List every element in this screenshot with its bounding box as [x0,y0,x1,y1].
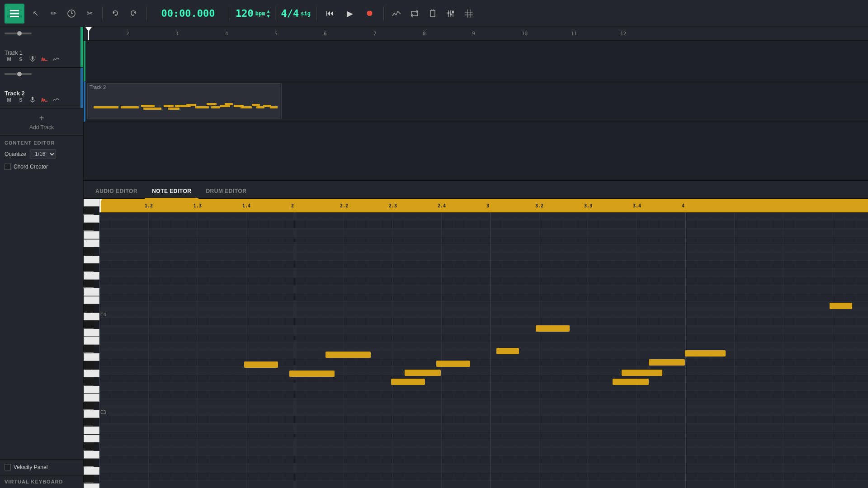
piano-key-30[interactable] [84,443,94,450]
piano-key-8[interactable] [84,264,94,272]
time-sig-display: 4/4 sig [281,8,310,19]
note-12[interactable] [685,350,726,357]
scissors-tool[interactable]: ✂ [82,6,97,21]
mixer-icon[interactable] [443,6,458,21]
piano-key-1[interactable] [84,207,94,215]
piano-key-0[interactable] [84,199,99,206]
piano-key-34[interactable] [84,475,94,483]
piano-key-28[interactable] [84,427,99,434]
velocity-panel-checkbox[interactable] [5,464,11,470]
piano-key-2[interactable] [84,215,99,223]
piano-key-18[interactable] [84,345,94,353]
grid-icon[interactable] [462,6,476,21]
svg-rect-47 [164,105,174,107]
note-7[interactable] [391,379,425,385]
note-8[interactable] [536,325,570,332]
automation-icon[interactable] [389,6,404,21]
redo-button[interactable] [126,6,141,21]
note-grid-container[interactable]: 1.2 1.3 1.4 2 2.2 2.3 2.4 3 3.2 3.3 3.4 … [99,199,868,488]
piano-key-7[interactable] [84,256,99,263]
plugin-icon[interactable] [425,6,440,21]
quantize-select[interactable]: 1/16 1/8 1/4 1/2 1 [30,149,56,159]
piano-key-6[interactable] [84,248,94,255]
piano-key-5[interactable] [84,239,99,247]
piano-key-14[interactable] [84,313,99,320]
tab-note-editor[interactable]: NOTE EDITOR [145,184,198,199]
main-area: Track 1 M S [0,27,868,488]
track-2-solo[interactable]: S [16,95,25,104]
track-2-volume-slider[interactable] [5,73,32,75]
add-track-button[interactable]: + Add Track [0,108,83,135]
menu-button[interactable] [5,4,24,23]
piano-key-26[interactable] [84,410,99,418]
piano-key-15[interactable] [84,321,94,328]
track-empty-row[interactable] [84,122,868,180]
piano-key-35[interactable] [84,483,99,488]
clock-tool[interactable] [64,6,79,21]
piano-key-25[interactable] [84,402,94,410]
ruler-mark-4: 4 [225,31,228,37]
piano-key-24[interactable] [84,394,99,402]
track-1-mute[interactable]: M [5,55,14,64]
track-2-mic[interactable] [28,95,37,104]
piano-key-23[interactable] [84,386,99,394]
note-10[interactable] [649,359,685,366]
piano-key-22[interactable] [84,378,94,385]
time-display: 00:00.000 [152,8,224,19]
track-2-row[interactable]: Track 2 [84,81,868,122]
note-4[interactable] [405,370,441,376]
loop-icon[interactable] [407,6,422,21]
note-9[interactable] [622,370,662,376]
piano-key-13[interactable] [84,305,94,312]
piano-key-12[interactable] [84,296,99,304]
track-1-automation[interactable] [52,55,61,64]
track-2-clip[interactable]: Track 2 [87,83,282,119]
grid-row-5 [99,253,868,261]
track-1-solo[interactable]: S [16,55,25,64]
note-2[interactable] [289,371,335,377]
grid-row-20 [99,375,868,383]
skip-back-button[interactable]: ⏮ [322,5,338,22]
record-button[interactable]: ⏺ [362,5,378,22]
svg-rect-8 [430,10,435,17]
note-1[interactable] [244,361,278,368]
note-3[interactable] [326,352,371,358]
note-5[interactable] [436,361,470,367]
track-1-row[interactable] [84,41,868,81]
pencil-tool[interactable]: ✏ [46,6,61,21]
separator-5 [316,7,316,20]
track-2-eq[interactable] [40,95,49,104]
note-6[interactable] [496,348,519,354]
track-2-automation[interactable] [52,95,61,104]
tab-audio-editor[interactable]: AUDIO EDITOR [88,184,145,199]
piano-key-10[interactable] [84,280,94,288]
bpm-arrows[interactable]: ▲▼ [267,9,269,19]
piano-key-27[interactable] [84,418,94,426]
note-11[interactable] [613,379,649,385]
undo-button[interactable] [108,6,123,21]
track-1-eq[interactable] [40,55,49,64]
piano-key-32[interactable] [84,459,94,467]
note-grid[interactable]: C4 C3 [99,212,868,488]
track-1-volume-slider[interactable] [5,33,32,34]
piano-key-16[interactable] [84,329,99,337]
piano-key-9[interactable] [84,272,99,280]
chord-creator-checkbox[interactable] [5,164,11,170]
piano-key-33[interactable] [84,467,99,475]
piano-key-3[interactable] [84,223,94,231]
track-1-mic[interactable] [28,55,37,64]
play-button[interactable]: ▶ [342,5,358,22]
piano-key-11[interactable] [84,288,99,296]
track-2-mute[interactable]: M [5,95,14,104]
piano-key-4[interactable] [84,231,99,239]
note-13[interactable] [830,303,852,309]
piano-key-17[interactable] [84,337,99,345]
piano-key-31[interactable] [84,451,99,459]
piano-key-19[interactable] [84,353,99,361]
select-tool[interactable]: ↖ [28,6,42,21]
svg-rect-16 [452,11,454,13]
tab-drum-editor[interactable]: DRUM EDITOR [198,184,254,199]
piano-key-20[interactable] [84,361,94,369]
piano-key-21[interactable] [84,370,99,377]
piano-key-29[interactable] [84,435,99,442]
